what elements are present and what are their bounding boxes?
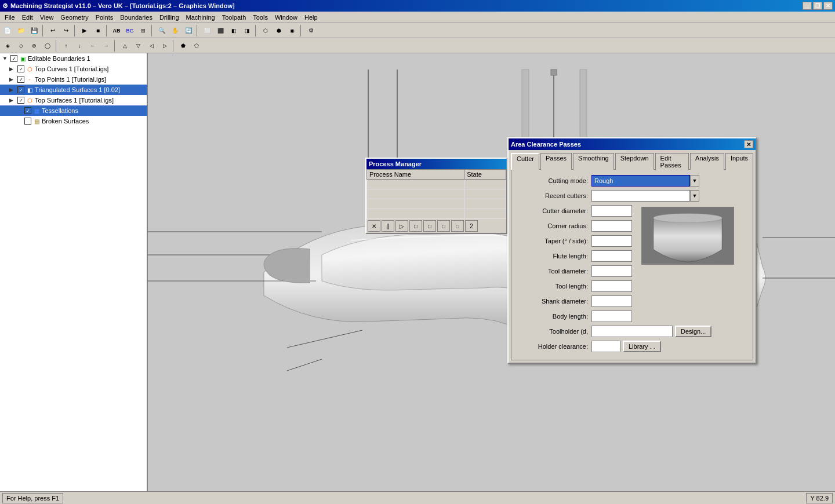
tree-check-editable-boundaries[interactable]: ✓	[10, 55, 17, 62]
toolbar-btn-ab[interactable]: AB	[110, 24, 123, 37]
tree-check-broken[interactable]	[24, 118, 31, 125]
tree-check-triangulated[interactable]: ✓	[17, 86, 24, 93]
dialog-close-button[interactable]: ✕	[744, 140, 753, 148]
tab-analysis[interactable]: Analysis	[690, 153, 724, 170]
tab-smoothing[interactable]: Smoothing	[573, 153, 614, 170]
toolbar-btn-undo[interactable]: ↩	[46, 24, 59, 37]
menu-item-tools[interactable]: Tools	[249, 13, 271, 22]
menu-item-edit[interactable]: Edit	[19, 13, 37, 22]
pm-btn-2[interactable]: 2	[465, 220, 478, 232]
menu-item-boundaries[interactable]: Boundaries	[117, 13, 156, 22]
close-button[interactable]: ✕	[823, 2, 833, 10]
toolbar2-btn2[interactable]: ◇	[14, 39, 27, 52]
toolbar2-btn8[interactable]: →	[100, 39, 112, 52]
toolbar2-btn7[interactable]: ←	[86, 39, 99, 52]
menu-item-points[interactable]: Points	[92, 13, 117, 22]
toolbar-btn-rotate[interactable]: 🔄	[182, 24, 195, 37]
toolbar-btn-new[interactable]: 📄	[1, 24, 14, 37]
toolbar-btn-open[interactable]: 📁	[14, 24, 27, 37]
pm-btn-box3[interactable]: □	[437, 220, 450, 232]
toolbar2-btn3[interactable]: ⊕	[28, 39, 41, 52]
tab-passes[interactable]: Passes	[540, 153, 572, 170]
corner-radius-input[interactable]: 3.5	[591, 220, 632, 232]
tab-inputs[interactable]: Inputs	[725, 153, 753, 170]
toolbar-btn-play[interactable]: ▶	[78, 24, 91, 37]
recent-cutters-dropdown[interactable]: ▼	[690, 190, 699, 202]
menu-item-toolpath[interactable]: Toolpath	[219, 13, 250, 22]
tree-expand-top-surfaces[interactable]: ▶	[9, 97, 16, 103]
toolbar-btn-stop[interactable]: ■	[92, 24, 104, 37]
toolbar-btn-redo[interactable]: ↪	[60, 24, 72, 37]
tab-stepdown[interactable]: Stepdown	[615, 153, 654, 170]
menu-item-file[interactable]: File	[1, 13, 19, 22]
toolbar-btn-grid[interactable]: ⊞	[137, 24, 150, 37]
menu-item-drilling[interactable]: Drilling	[156, 13, 183, 22]
tree-check-top-surfaces[interactable]: ✓	[17, 97, 24, 104]
toolbar-btn-cube4[interactable]: ◨	[241, 24, 253, 37]
tree-item-tessellations[interactable]: ✓ ▦ Tessellations	[0, 105, 147, 116]
pm-btn-pause[interactable]: ||	[382, 220, 394, 232]
flute-length-input[interactable]: 3.5	[591, 250, 632, 262]
pm-btn-box2[interactable]: □	[423, 220, 436, 232]
toolbar-btn-cube2[interactable]: ⬛	[214, 24, 227, 37]
tree-item-broken-surfaces[interactable]: ▤ Broken Surfaces	[0, 116, 147, 126]
tree-item-top-curves[interactable]: ▶ ✓ ⬡ Top Curves 1 [Tutorial.igs]	[0, 64, 147, 74]
pm-btn-box1[interactable]: □	[409, 220, 422, 232]
menu-item-window[interactable]: Window	[271, 13, 301, 22]
toolbar2-btn6[interactable]: ↓	[73, 39, 86, 52]
title-buttons[interactable]: _ ❐ ✕	[803, 2, 833, 10]
toolbar2-btn11[interactable]: ◁	[145, 39, 158, 52]
menu-item-help[interactable]: Help	[301, 13, 321, 22]
toolbar2-btn9[interactable]: △	[118, 39, 131, 52]
recent-cutters-input[interactable]	[591, 190, 690, 202]
tool-length-input[interactable]: 3.5	[591, 280, 632, 292]
toolbar-btn-wire[interactable]: ⬡	[259, 24, 272, 37]
menu-item-geometry[interactable]: Geometry	[57, 13, 92, 22]
cutting-mode-select[interactable]: Rough	[591, 175, 690, 187]
pm-btn-delete[interactable]: ✕	[368, 220, 380, 232]
toolbar2-btn13[interactable]: ⬟	[177, 39, 190, 52]
toolbar-btn-save[interactable]: 💾	[28, 24, 41, 37]
tree-item-top-surfaces[interactable]: ▶ ✓ ⬡ Top Surfaces 1 [Tutorial.igs]	[0, 95, 147, 105]
tree-expand-top-points[interactable]: ▶	[9, 76, 16, 82]
cutter-diameter-input[interactable]: 20	[591, 205, 632, 217]
tree-item-top-points[interactable]: ▶ ✓ · Top Points 1 [Tutorial.igs]	[0, 74, 147, 85]
pm-btn-run[interactable]: ▷	[395, 220, 408, 232]
toolbar-btn-settings[interactable]: ⚙	[304, 24, 317, 37]
toolbar2-btn10[interactable]: ▽	[132, 39, 144, 52]
tree-check-top-points[interactable]: ✓	[17, 76, 24, 83]
toolbar-btn-shade[interactable]: ◉	[286, 24, 299, 37]
toolbar-btn-zoom[interactable]: 🔍	[155, 24, 168, 37]
toolbar-btn-cube1[interactable]: ⬜	[201, 24, 213, 37]
holder-clearance-input[interactable]: 1	[591, 341, 620, 352]
tree-item-editable-boundaries[interactable]: ▼ ✓ ▣ Editable Boundaries 1	[0, 53, 147, 64]
toolholder-input[interactable]	[591, 326, 673, 337]
toolbar-btn-solid[interactable]: ⬢	[273, 24, 285, 37]
shank-diameter-input[interactable]: 20	[591, 295, 632, 307]
toolbar2-btn1[interactable]: ◈	[1, 39, 14, 52]
tab-edit-passes[interactable]: Edit Passes	[655, 153, 689, 170]
cutting-mode-dropdown[interactable]: ▼	[690, 175, 699, 187]
tree-item-triangulated-surfaces[interactable]: ▶ ✓ ◧ Triangulated Surfaces 1 [0.02]	[0, 85, 147, 95]
toolbar-btn-cube3[interactable]: ◧	[227, 24, 240, 37]
design-button[interactable]: Design...	[675, 326, 711, 337]
dialog-title[interactable]: Area Clearance Passes ✕	[509, 138, 756, 150]
minimize-button[interactable]: _	[803, 2, 812, 10]
toolbar-btn-pan[interactable]: ✋	[169, 24, 181, 37]
library-button[interactable]: Library . .	[623, 341, 661, 352]
tree-expand-editable-boundaries[interactable]: ▼	[2, 56, 9, 61]
toolbar-btn-bg[interactable]: BG	[124, 24, 136, 37]
tab-cutter[interactable]: Cutter	[511, 153, 539, 170]
toolbar2-btn5[interactable]: ↑	[60, 39, 72, 52]
toolbar2-btn12[interactable]: ▷	[158, 39, 171, 52]
toolbar2-btn14[interactable]: ⬠	[190, 39, 203, 52]
tree-check-tessellations[interactable]: ✓	[24, 107, 31, 114]
tool-diameter-input[interactable]: 20	[591, 265, 632, 277]
restore-button[interactable]: ❐	[813, 2, 822, 10]
taper-input[interactable]: 0	[591, 235, 632, 247]
menu-item-view[interactable]: View	[37, 13, 57, 22]
toolbar2-btn4[interactable]: ◯	[41, 39, 54, 52]
body-length-input[interactable]: 3.5	[591, 311, 632, 322]
pm-btn-box4[interactable]: □	[451, 220, 464, 232]
process-manager-title[interactable]: Process Manager	[366, 159, 506, 169]
